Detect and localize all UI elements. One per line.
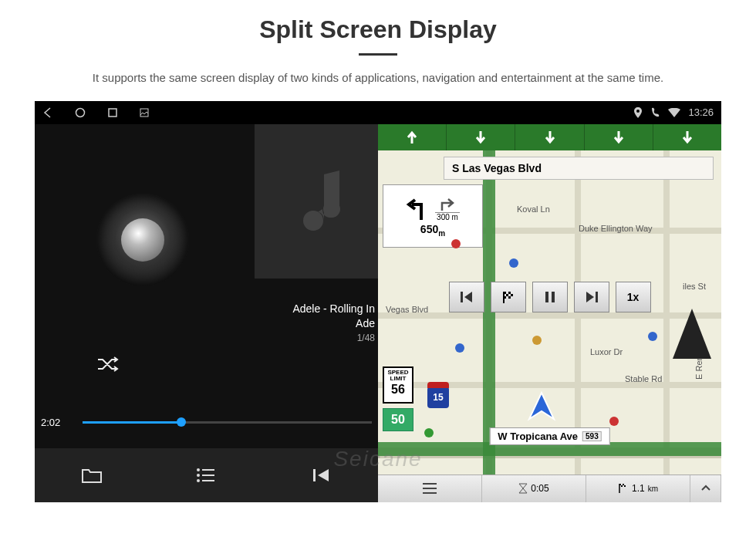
progress-knob[interactable] [177, 417, 186, 427]
flag-icon [618, 483, 629, 494]
music-player-pane: Adele - Rolling In Ade 1/48 2:02 [35, 124, 378, 502]
map-footer: 0:05 1.1 km [378, 475, 721, 502]
svg-point-0 [76, 108, 85, 117]
turn-distance-unit: m [438, 229, 445, 238]
track-info: Adele - Rolling In Ade 1/48 [292, 302, 375, 345]
recent-icon[interactable] [107, 107, 118, 118]
shuffle-button[interactable] [96, 356, 120, 376]
elapsed-time: 2:02 [41, 417, 76, 428]
page-subtitle: It supports the same screen display of t… [93, 69, 663, 87]
poi-icon[interactable] [609, 417, 619, 426]
location-icon [633, 107, 643, 118]
footer-distance-value: 1.1 [632, 483, 645, 494]
page-title: Split Screen Display [259, 15, 497, 44]
svg-rect-26 [423, 492, 437, 494]
folder-button[interactable] [35, 448, 149, 502]
footer-expand-button[interactable] [690, 475, 721, 502]
svg-point-3 [636, 110, 640, 113]
map-flag-button[interactable] [491, 282, 526, 312]
svg-rect-25 [423, 488, 437, 489]
svg-point-8 [197, 474, 200, 477]
map-canvas[interactable]: Koval Ln Duke Ellington Way iles St Luxo… [378, 150, 721, 475]
current-address: 593 [582, 431, 602, 441]
road-label: Stable Rd [625, 374, 662, 383]
svg-rect-17 [511, 294, 513, 296]
poi-icon[interactable] [509, 258, 518, 268]
home-icon[interactable] [75, 107, 86, 118]
svg-rect-28 [623, 484, 624, 485]
turn-distance-value: 650 [420, 223, 438, 235]
image-indicator-icon [140, 108, 149, 117]
lane-arrow [653, 124, 721, 150]
clock-label: 13:26 [688, 106, 714, 118]
speed-limit-sign: SPEED LIMIT 56 [383, 366, 413, 404]
turn-left-icon [406, 194, 432, 221]
svg-rect-9 [202, 475, 214, 476]
previous-track-button[interactable] [264, 448, 378, 502]
svg-rect-24 [423, 483, 437, 485]
svg-point-4 [303, 211, 323, 231]
vehicle-cursor-icon [525, 390, 559, 427]
joystick-control[interactable] [96, 194, 189, 286]
back-icon[interactable] [42, 107, 53, 118]
svg-rect-21 [545, 292, 548, 302]
phone-icon [650, 107, 660, 117]
current-speed: 50 [383, 408, 413, 431]
svg-rect-23 [596, 292, 598, 302]
track-title: Adele - Rolling In [292, 302, 375, 317]
poi-icon[interactable] [532, 336, 542, 345]
svg-rect-15 [508, 292, 511, 294]
speed-limit-value: 56 [384, 383, 412, 397]
turn-sub-distance: 300 m [435, 212, 460, 221]
road-label: Koval Ln [517, 204, 550, 214]
poi-icon[interactable] [451, 239, 461, 248]
svg-rect-19 [508, 296, 511, 299]
navigation-pane: Koval Ln Duke Ellington Way iles St Luxo… [378, 124, 721, 502]
lane-arrow [447, 124, 515, 150]
svg-rect-16 [506, 294, 508, 296]
map-pause-button[interactable] [532, 282, 568, 312]
building-icon [669, 305, 715, 366]
footer-distance-unit: km [648, 485, 658, 493]
wifi-icon [668, 108, 680, 117]
map-speed-button[interactable]: 1x [616, 282, 651, 312]
route-shield: 15 [427, 387, 449, 408]
next-road-name: S Las Vegas Blvd [452, 162, 542, 174]
road-label: Luxor Dr [590, 347, 623, 356]
poi-icon[interactable] [424, 428, 434, 437]
road-label: iles St [683, 282, 706, 291]
playlist-button[interactable] [149, 448, 263, 502]
footer-menu-button[interactable] [378, 475, 482, 502]
map-controls: 1x [449, 282, 651, 312]
road-label: Duke Ellington Way [579, 224, 653, 233]
poi-icon[interactable] [648, 332, 657, 341]
svg-point-10 [197, 479, 200, 482]
lane-arrow [378, 124, 447, 150]
track-index: 1/48 [292, 332, 375, 345]
map-next-button[interactable] [574, 282, 609, 312]
svg-rect-12 [313, 469, 316, 481]
turn-right-icon [439, 197, 456, 212]
svg-point-6 [197, 468, 200, 471]
footer-distance: 1.1 km [586, 475, 690, 502]
svg-point-5 [323, 201, 340, 218]
map-prev-button[interactable] [449, 282, 484, 312]
poi-icon[interactable] [455, 343, 464, 353]
progress-bar[interactable]: 2:02 [35, 417, 378, 428]
svg-rect-11 [202, 480, 214, 481]
progress-track[interactable] [83, 421, 372, 424]
current-street-box: W Tropicana Ave 593 [489, 427, 609, 445]
player-bottom-bar [35, 448, 378, 502]
status-bar: 13:26 [35, 101, 721, 124]
lane-guidance-bar [378, 124, 721, 150]
turn-instruction-box: 300 m 650m [383, 184, 483, 248]
next-road-box: S Las Vegas Blvd [444, 157, 714, 180]
svg-rect-7 [202, 469, 214, 471]
current-street-name: W Tropicana Ave [498, 431, 578, 442]
lane-arrow [515, 124, 584, 150]
track-artist: Ade [292, 316, 375, 332]
svg-rect-1 [109, 109, 116, 117]
svg-rect-13 [461, 292, 463, 302]
footer-time: 0:05 [482, 475, 586, 502]
svg-rect-22 [552, 292, 555, 302]
